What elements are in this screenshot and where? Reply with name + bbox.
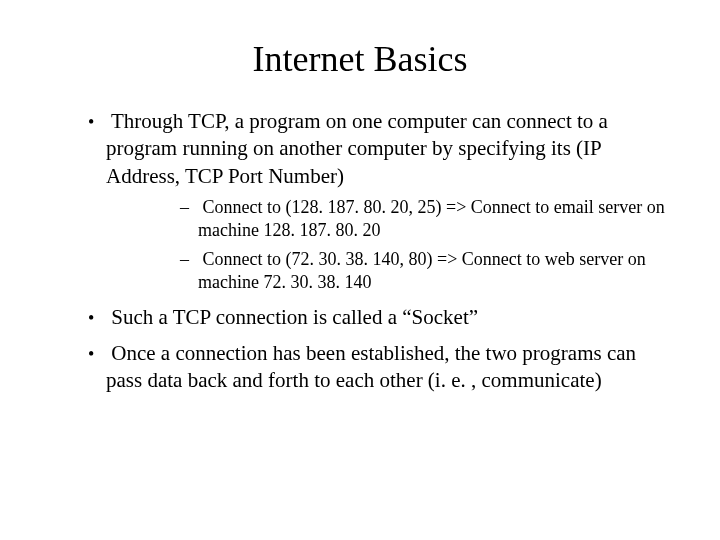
bullet-text: Through TCP, a program on one computer c… [106,109,608,188]
list-item: Connect to (128. 187. 80. 20, 25) => Con… [106,196,670,243]
slide-title: Internet Basics [50,38,670,80]
list-item: Connect to (72. 30. 38. 140, 80) => Conn… [106,248,670,295]
bullet-text: Once a connection has been established, … [106,341,636,392]
sub-bullet-text: Connect to (128. 187. 80. 20, 25) => Con… [198,197,665,240]
sub-bullet-text: Connect to (72. 30. 38. 140, 80) => Conn… [198,249,646,292]
list-item: Such a TCP connection is called a “Socke… [50,304,670,331]
sub-bullet-list: Connect to (128. 187. 80. 20, 25) => Con… [106,196,670,295]
list-item: Once a connection has been established, … [50,340,670,395]
list-item: Through TCP, a program on one computer c… [50,108,670,294]
bullet-text: Such a TCP connection is called a “Socke… [111,305,478,329]
bullet-list: Through TCP, a program on one computer c… [50,108,670,394]
